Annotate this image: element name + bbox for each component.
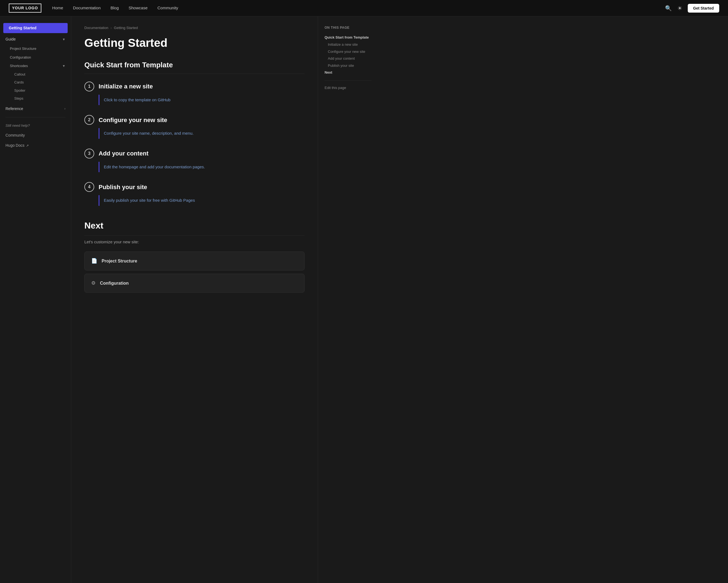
step-4-block: 4 Publish your site Easily publish your … xyxy=(84,182,305,206)
step-4-body: Easily publish your site for free with G… xyxy=(84,195,305,206)
site-logo[interactable]: YOUR LOGO xyxy=(9,4,41,12)
external-link-icon: ↗ xyxy=(26,143,29,148)
step-1-number: 1 xyxy=(84,82,94,91)
step-1-header: 1 Initialize a new site xyxy=(84,82,305,91)
hugo-docs-label: Hugo Docs xyxy=(5,143,24,148)
sidebar-shortcodes-section: Shortcodes ▼ Callout Cards Spoiler Steps xyxy=(0,62,71,103)
next-card-project-structure[interactable]: 📄 Project Structure xyxy=(84,252,305,271)
on-page-initialize[interactable]: Initialize a new site xyxy=(324,41,371,48)
step-4-title: Publish your site xyxy=(99,183,147,192)
step-3-number: 3 xyxy=(84,149,94,159)
breadcrumb-parent[interactable]: Documentation xyxy=(84,25,108,31)
left-sidebar: Getting Started Guide ▼ Project Structur… xyxy=(0,17,71,583)
guide-label: Guide xyxy=(5,36,16,42)
sidebar-item-community[interactable]: Community xyxy=(0,130,71,140)
step-2-link[interactable]: Configure your site name, description, a… xyxy=(99,128,305,139)
sidebar-item-steps[interactable]: Steps xyxy=(0,94,71,103)
step-3-header: 3 Add your content xyxy=(84,149,305,159)
guide-chevron-icon: ▼ xyxy=(62,37,66,42)
breadcrumb: Documentation › Getting Started xyxy=(84,25,305,31)
nav-home[interactable]: Home xyxy=(52,5,63,11)
project-structure-icon: 📄 xyxy=(91,257,97,265)
step-3-title: Add your content xyxy=(99,149,149,158)
reference-chevron-icon: › xyxy=(64,106,66,111)
next-description: Let's customize your new site: xyxy=(84,239,305,245)
step-1-title: Initialize a new site xyxy=(99,82,153,91)
next-heading: Next xyxy=(84,219,305,236)
sidebar-item-configuration[interactable]: Configuration xyxy=(0,53,71,62)
configuration-title: Configuration xyxy=(100,280,129,286)
sidebar-item-callout[interactable]: Callout xyxy=(0,70,71,79)
sidebar-reference-section: Reference › xyxy=(0,104,71,114)
theme-toggle-button[interactable]: ☀ xyxy=(677,5,682,11)
nav-actions: 🔍 ☀ Get Started xyxy=(665,4,719,12)
sidebar-item-cards[interactable]: Cards xyxy=(0,78,71,86)
nav-showcase[interactable]: Showcase xyxy=(129,5,148,11)
main-content: Documentation › Getting Started Getting … xyxy=(71,17,318,583)
page-title: Getting Started xyxy=(84,36,305,50)
sidebar-help-label: Still need help? xyxy=(0,121,71,131)
sidebar-item-project-structure[interactable]: Project Structure xyxy=(0,44,71,53)
sidebar-shortcodes-header[interactable]: Shortcodes ▼ xyxy=(0,62,71,70)
sidebar-item-hugo-docs[interactable]: Hugo Docs ↗ xyxy=(0,140,71,150)
sidebar-item-getting-started[interactable]: Getting Started xyxy=(3,23,68,33)
step-2-title: Configure your new site xyxy=(99,115,167,124)
step-3-block: 3 Add your content Edit the homepage and… xyxy=(84,149,305,172)
on-page-publish[interactable]: Publish your site xyxy=(324,62,371,69)
sidebar-divider xyxy=(5,117,66,117)
step-4-link[interactable]: Easily publish your site for free with G… xyxy=(99,195,305,206)
project-structure-title: Project Structure xyxy=(102,258,137,265)
nav-blog[interactable]: Blog xyxy=(110,5,119,11)
step-3-link[interactable]: Edit the homepage and add your documenta… xyxy=(99,162,305,172)
get-started-button[interactable]: Get Started xyxy=(688,4,719,12)
step-3-body: Edit the homepage and add your documenta… xyxy=(84,162,305,172)
next-card-configuration[interactable]: ⚙ Configuration xyxy=(84,274,305,293)
page-layout: Getting Started Guide ▼ Project Structur… xyxy=(0,17,728,583)
configuration-icon: ⚙ xyxy=(91,279,96,287)
step-2-number: 2 xyxy=(84,115,94,125)
right-sidebar: On this page Quick Start from Template I… xyxy=(318,17,378,583)
step-2-block: 2 Configure your new site Configure your… xyxy=(84,115,305,139)
navbar: YOUR LOGO Home Documentation Blog Showca… xyxy=(0,0,728,17)
breadcrumb-separator: › xyxy=(110,25,111,31)
nav-documentation[interactable]: Documentation xyxy=(73,5,101,11)
sun-icon: ☀ xyxy=(677,5,682,11)
breadcrumb-current: Getting Started xyxy=(114,25,138,31)
on-page-next[interactable]: Next xyxy=(324,69,371,76)
step-2-header: 2 Configure your new site xyxy=(84,115,305,125)
step-1-link[interactable]: Click to copy the template on GitHub xyxy=(99,95,305,105)
sidebar-item-spoiler[interactable]: Spoiler xyxy=(0,86,71,95)
nav-links: Home Documentation Blog Showcase Communi… xyxy=(52,5,665,11)
nav-community[interactable]: Community xyxy=(157,5,178,11)
on-page-label: On this page xyxy=(324,25,371,30)
on-page-add-content[interactable]: Add your content xyxy=(324,55,371,62)
step-4-number: 4 xyxy=(84,182,94,192)
edit-page-link[interactable]: Edit this page xyxy=(324,86,346,90)
quick-start-heading: Quick Start from Template xyxy=(84,60,305,74)
step-4-header: 4 Publish your site xyxy=(84,182,305,192)
shortcodes-chevron-icon: ▼ xyxy=(62,63,66,68)
next-section: Next Let's customize your new site: 📄 Pr… xyxy=(84,219,305,293)
search-button[interactable]: 🔍 xyxy=(665,5,672,11)
search-icon: 🔍 xyxy=(665,5,672,11)
step-1-body: Click to copy the template on GitHub xyxy=(84,95,305,105)
on-page-configure[interactable]: Configure your new site xyxy=(324,48,371,55)
step-2-body: Configure your site name, description, a… xyxy=(84,128,305,139)
reference-label: Reference xyxy=(5,106,23,112)
sidebar-reference-header[interactable]: Reference › xyxy=(0,104,71,114)
shortcodes-label: Shortcodes xyxy=(10,63,28,69)
sidebar-guide-section: Guide ▼ Project Structure Configuration … xyxy=(0,34,71,103)
step-1-block: 1 Initialize a new site Click to copy th… xyxy=(84,82,305,105)
sidebar-guide-header[interactable]: Guide ▼ xyxy=(0,34,71,44)
on-page-quick-start[interactable]: Quick Start from Template xyxy=(324,34,371,41)
